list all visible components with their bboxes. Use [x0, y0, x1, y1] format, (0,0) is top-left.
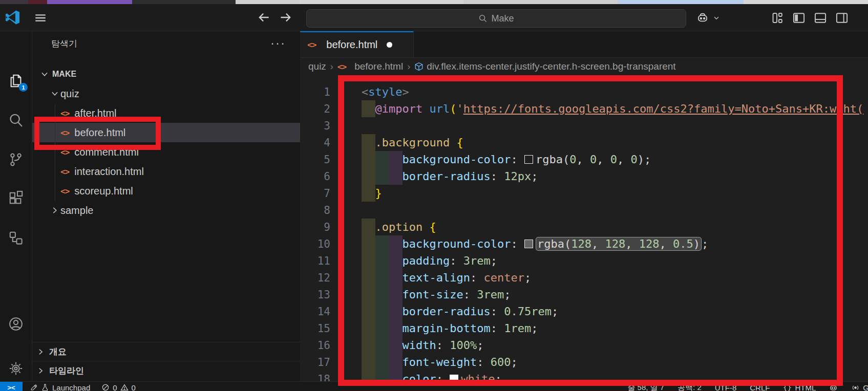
code-token: ,: [597, 153, 610, 166]
copilot-button[interactable]: [695, 11, 725, 25]
status-problems[interactable]: 00: [101, 383, 136, 391]
window-strip-segment: [47, 0, 132, 4]
status-label: Go Live: [863, 383, 868, 391]
remote-indicator[interactable]: ><: [0, 382, 23, 391]
line-content: .background {: [362, 134, 463, 151]
activity-search[interactable]: [0, 109, 32, 132]
code-token: 3rem: [477, 288, 504, 301]
line-content: @import url('https://fonts.googleapis.co…: [362, 100, 863, 117]
tree-item-label: after.html: [74, 107, 116, 119]
code-token: background-color: [402, 153, 511, 166]
chevron-down-icon: [39, 70, 50, 79]
breadcrumb-item[interactable]: <>before.html: [337, 61, 403, 72]
status-launchpad[interactable]: Launchpad: [30, 383, 90, 391]
title-bar: Make: [0, 4, 868, 31]
code-token: margin-bottom: [402, 322, 490, 335]
code-token: url: [429, 102, 450, 115]
activity-source-control[interactable]: [0, 148, 32, 171]
code-token: 600: [491, 356, 511, 368]
status-encoding[interactable]: UTF-8: [715, 383, 737, 391]
window-strip-segment: [0, 0, 28, 4]
tree-item-comment-html[interactable]: <>comment.html: [32, 142, 300, 162]
activity-settings[interactable]: [0, 357, 32, 380]
code-token: rgba: [537, 237, 564, 250]
html-file-icon: <>: [307, 40, 316, 50]
code-token: ,: [625, 237, 639, 250]
copilot-icon: [829, 383, 838, 391]
forward-arrow-icon[interactable]: [278, 10, 293, 25]
html-file-icon: <>: [60, 147, 69, 157]
chevron-right-icon: [32, 347, 49, 356]
more-actions-icon[interactable]: ···: [270, 36, 286, 50]
line-text: background-color: rgba(0, 0, 0, 0);: [362, 153, 651, 166]
code-line: 13 font-size: 3rem;: [300, 286, 868, 303]
breadcrumb-item[interactable]: div.flex.items-center.justify-center.h-s…: [414, 61, 675, 72]
customize-layout-icon[interactable]: [771, 11, 784, 25]
activity-hierarchy[interactable]: [0, 227, 32, 249]
tab-before-html[interactable]: <> before.html: [300, 31, 414, 57]
line-number: 1: [300, 86, 330, 98]
line-number: 17: [300, 356, 330, 368]
section-타임라인[interactable]: 타임라인: [32, 361, 300, 380]
search-placeholder: Make: [491, 13, 514, 24]
tree-item-sample[interactable]: sample: [32, 201, 300, 220]
line-content: padding: 3rem;: [362, 252, 497, 269]
breadcrumb-item[interactable]: quiz: [308, 61, 326, 72]
menu-icon[interactable]: [32, 11, 49, 25]
breadcrumb: quiz›<>before.html›div.flex.items-center…: [300, 57, 868, 76]
code-token: :: [463, 288, 477, 301]
tree-item-before-html[interactable]: <>before.html: [32, 123, 300, 142]
code-line: 6 border-radius: 12px;: [300, 168, 868, 185]
window-strip-segment: [463, 0, 618, 4]
chevron-right-icon: [49, 206, 60, 215]
copilot-icon: [695, 12, 710, 24]
code-token: :: [511, 153, 524, 166]
file-tree: MAKEquiz<>after.html<>before.html<>comme…: [32, 64, 300, 220]
status-cursor-position[interactable]: 줄 58, 열 7: [627, 383, 664, 391]
line-number: 14: [300, 306, 330, 318]
code-token: font-weight: [402, 356, 477, 368]
tree-item-label: sample: [60, 205, 93, 216]
tree-item-interaction-html[interactable]: <>interaction.html: [32, 162, 300, 181]
toggle-panel-icon[interactable]: [814, 11, 827, 25]
toggle-secondary-sidebar-icon[interactable]: [835, 11, 849, 25]
toggle-primary-sidebar-icon[interactable]: [792, 11, 806, 25]
activity-extensions[interactable]: [0, 187, 32, 209]
line-number: 11: [300, 255, 330, 267]
activity-explorer[interactable]: 1: [0, 70, 32, 92]
tree-item-quiz[interactable]: quiz: [32, 84, 300, 103]
section-개요[interactable]: 개요: [32, 342, 300, 361]
status-count: 0: [132, 383, 136, 391]
account-icon: [8, 316, 24, 332]
modified-dot-icon[interactable]: [387, 42, 392, 48]
activity-accounts[interactable]: [0, 313, 32, 335]
tree-item-after-html[interactable]: <>after.html: [32, 103, 300, 123]
code-line: 16 width: 100%;: [300, 337, 868, 354]
window-strip-segment: [618, 0, 744, 4]
hierarchy-icon: [8, 230, 24, 246]
window-strip-segment: [132, 0, 236, 4]
chevron-down-icon: [49, 89, 60, 98]
code-line: 5 background-color: rgba(0, 0, 0, 0);: [300, 151, 868, 168]
window-strip-segment: [236, 0, 300, 4]
err-icon: [101, 383, 110, 391]
tree-item-make[interactable]: MAKE: [32, 64, 300, 84]
status-eol[interactable]: CRLF: [750, 383, 770, 391]
line-text: .background {: [362, 136, 463, 149]
line-content: font-size: 3rem;: [362, 286, 511, 303]
activity-bar: 1: [0, 31, 32, 381]
status-indentation[interactable]: 공백: 2: [678, 383, 702, 391]
code-area[interactable]: 1<style>2 @import url('https://fonts.goo…: [300, 76, 868, 389]
status-language-mode[interactable]: HTML: [783, 383, 816, 391]
code-token: font-size: [402, 288, 463, 301]
back-arrow-icon[interactable]: [256, 10, 271, 25]
status-right: 줄 58, 열 7공백: 2UTF-8CRLFHTMLGo Live: [627, 382, 868, 391]
command-center-search[interactable]: Make: [306, 9, 686, 28]
tree-item-scoreup-html[interactable]: <>scoreup.html: [32, 181, 300, 201]
line-content: text-align: center;: [362, 269, 531, 286]
tree-item-label: interaction.html: [74, 166, 144, 178]
status-copilot-status[interactable]: [829, 383, 838, 391]
code-token: {: [429, 221, 436, 233]
status-go-live[interactable]: Go Live: [851, 383, 868, 391]
code-token: border-radius: [402, 305, 490, 318]
